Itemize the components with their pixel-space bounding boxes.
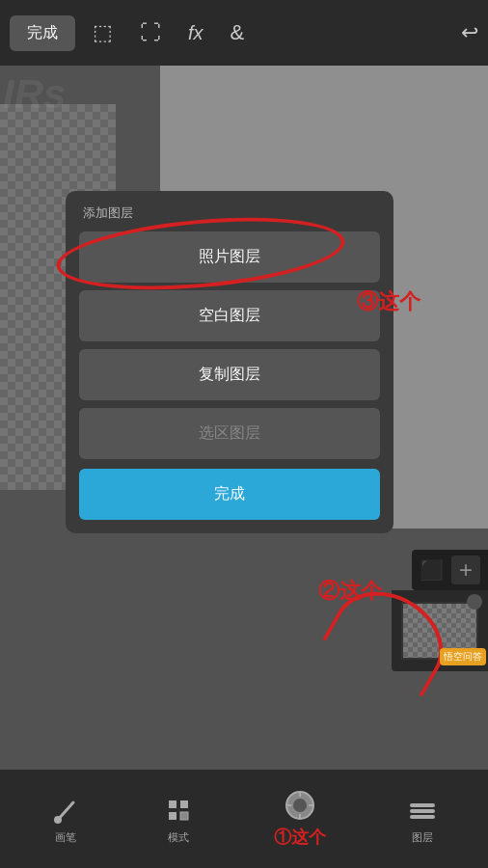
- svg-rect-5: [180, 812, 188, 820]
- transform-icon[interactable]: ⛶: [130, 14, 171, 51]
- svg-rect-12: [410, 803, 435, 807]
- fx-icon[interactable]: fx: [178, 16, 213, 50]
- watermark-text: 悟空问答: [444, 650, 482, 664]
- modal-done-button[interactable]: 完成: [79, 469, 380, 520]
- layers-label: 图层: [412, 830, 433, 845]
- svg-rect-13: [410, 809, 435, 813]
- mode-icon: [162, 794, 195, 827]
- mode-tool[interactable]: 模式: [162, 794, 195, 845]
- layers-bottom-icon[interactable]: 图层: [406, 794, 439, 845]
- brush-icon: [49, 794, 82, 827]
- layers-bottom-icon-shape: [406, 794, 439, 827]
- photo-layer-button[interactable]: 照片图层: [79, 231, 380, 283]
- selection-tool-icon[interactable]: ⬚: [83, 14, 122, 51]
- center-icon: [284, 789, 316, 822]
- mode-label: 模式: [168, 830, 189, 845]
- annotation-1: ①这个: [274, 826, 326, 849]
- svg-rect-3: [180, 800, 188, 808]
- brush-tool[interactable]: 画笔: [49, 794, 82, 845]
- selection-layer-button[interactable]: 选区图层: [79, 408, 380, 459]
- blank-layer-button[interactable]: 空白图层: [79, 290, 380, 341]
- blend-icon[interactable]: &: [221, 14, 255, 51]
- svg-point-7: [293, 799, 307, 812]
- done-button[interactable]: 完成: [10, 15, 75, 51]
- copy-layer-button[interactable]: 复制图层: [79, 349, 380, 400]
- canvas-area: IRs 添加图层 照片图层 空白图层 复制图层 选区图层 完成 ③这个 ⬛ + …: [0, 66, 488, 770]
- svg-point-1: [54, 816, 62, 824]
- svg-rect-14: [410, 815, 435, 819]
- watermark: 悟空问答: [440, 648, 486, 665]
- center-icon-area: ①这个: [274, 789, 326, 849]
- modal-title: 添加图层: [79, 204, 380, 222]
- bottom-toolbar: 画笔 模式 ①这个: [0, 770, 488, 868]
- svg-rect-2: [169, 800, 176, 808]
- add-layer-modal: 添加图层 照片图层 空白图层 复制图层 选区图层 完成: [66, 191, 393, 533]
- undo-button[interactable]: ↩: [461, 20, 478, 45]
- brush-label: 画笔: [55, 830, 76, 845]
- svg-rect-4: [169, 812, 176, 820]
- top-toolbar: 完成 ⬚ ⛶ fx & ↩: [0, 0, 488, 66]
